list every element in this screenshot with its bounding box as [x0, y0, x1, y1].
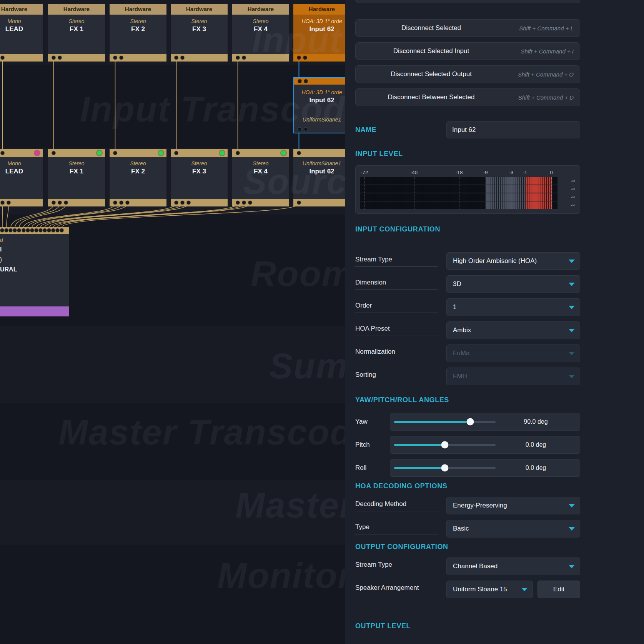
- decoding-method-dropdown[interactable]: Energy-Preserving: [446, 497, 580, 514]
- decoding-type-dropdown[interactable]: Basic: [446, 520, 580, 537]
- input-port[interactable]: [175, 151, 178, 155]
- output-port[interactable]: [236, 56, 240, 60]
- selected-node-input62[interactable]: HOA: 3D 1° orde Input 62 UniformSloane1: [293, 77, 345, 133]
- binaural-room-node[interactable]: dl)URAL: [0, 227, 69, 316]
- partial-button[interactable]: [355, 0, 580, 3]
- output-port[interactable]: [297, 201, 301, 205]
- output-port[interactable]: [52, 56, 55, 60]
- slider-knob[interactable]: [441, 464, 449, 472]
- output-port[interactable]: [58, 56, 62, 60]
- output-port[interactable]: [187, 201, 190, 205]
- src-node-fx2[interactable]: Stereo FX 2: [110, 149, 166, 206]
- input-port[interactable]: [9, 229, 12, 232]
- src-node-mono-lead[interactable]: Mono LEAD: [0, 149, 43, 206]
- input-port[interactable]: [5, 229, 8, 232]
- output-port[interactable]: [181, 56, 184, 60]
- input-port[interactable]: [113, 151, 117, 155]
- output-port[interactable]: [297, 56, 301, 60]
- output-port[interactable]: [303, 56, 307, 60]
- name-input[interactable]: [446, 121, 580, 138]
- output-port[interactable]: [126, 201, 129, 205]
- pitch-slider[interactable]: 0.0 deg: [390, 436, 580, 454]
- input-port[interactable]: [47, 229, 51, 232]
- yaw-slider[interactable]: 90.0 deg: [390, 413, 580, 431]
- slider-track[interactable]: [394, 421, 496, 423]
- chevron-down-icon: [569, 283, 575, 286]
- input-port[interactable]: [13, 229, 17, 232]
- node-canvas[interactable]: InputInput TranscoderSourceRoomSumMaster…: [0, 0, 345, 644]
- output-port[interactable]: [304, 128, 308, 131]
- src-node-fx1[interactable]: Stereo FX 1: [48, 149, 105, 206]
- output-port[interactable]: [52, 201, 55, 205]
- input-port[interactable]: [304, 80, 308, 83]
- input-port[interactable]: [52, 229, 55, 232]
- status-dot[interactable]: [35, 151, 40, 156]
- input-port[interactable]: [30, 229, 34, 232]
- output-port[interactable]: [58, 201, 62, 205]
- order-dropdown[interactable]: 1: [446, 298, 580, 316]
- hw-node-fx1[interactable]: Hardware Stereo FX 1: [48, 4, 105, 62]
- output-port[interactable]: [175, 201, 178, 205]
- output-port[interactable]: [113, 56, 117, 60]
- slider-track[interactable]: [394, 467, 496, 469]
- src-node-fx3[interactable]: Stereo FX 3: [171, 149, 228, 206]
- slider-value: 90.0 deg: [496, 418, 576, 425]
- output-port[interactable]: [64, 201, 68, 205]
- disconnect-selected-button[interactable]: Disconnect Selected Shift + Command + L: [355, 19, 580, 37]
- field-label: Stream Type: [355, 561, 438, 572]
- stream-type-dropdown[interactable]: High Order Ambisonic (HOA): [446, 252, 580, 270]
- hw-node-hoa-input62[interactable]: Hardware HOA: 3D 1° orde Input 62: [293, 4, 345, 62]
- slider-knob[interactable]: [467, 418, 474, 426]
- input-port[interactable]: [17, 229, 21, 232]
- input-port[interactable]: [43, 229, 47, 232]
- output-stream-type-dropdown[interactable]: Channel Based: [446, 557, 580, 575]
- output-port[interactable]: [1, 201, 4, 205]
- input-port[interactable]: [236, 151, 240, 155]
- input-port[interactable]: [26, 229, 30, 232]
- src-node-fx4[interactable]: Stereo FX 4: [232, 149, 289, 206]
- output-port[interactable]: [113, 201, 117, 205]
- output-port[interactable]: [7, 201, 10, 205]
- output-port[interactable]: [1, 56, 4, 60]
- input-port[interactable]: [297, 151, 301, 155]
- hoa-preset-dropdown[interactable]: Ambix: [446, 321, 580, 339]
- output-port[interactable]: [120, 201, 123, 205]
- output-port[interactable]: [120, 56, 123, 60]
- input-port[interactable]: [39, 229, 42, 232]
- output-port[interactable]: [248, 201, 252, 205]
- input-port[interactable]: [56, 229, 59, 232]
- output-port[interactable]: [242, 56, 246, 60]
- input-port[interactable]: [1, 151, 4, 155]
- disconnect-between-selected-button[interactable]: Disconnect Between Selected Shift + Comm…: [355, 88, 580, 106]
- slider-knob[interactable]: [441, 441, 449, 449]
- output-port[interactable]: [175, 56, 178, 60]
- input-port[interactable]: [60, 229, 63, 232]
- hw-node-fx2[interactable]: Hardware Stereo FX 2: [110, 4, 166, 62]
- output-port[interactable]: [298, 128, 301, 131]
- disconnect-selected-output-button[interactable]: Disconnect Selected Output Shift + Comma…: [355, 65, 580, 83]
- node-name-label: FX 4: [232, 168, 289, 175]
- status-dot[interactable]: [158, 151, 163, 156]
- hw-node-fx4[interactable]: Hardware Stereo FX 4: [232, 4, 289, 62]
- src-node-input62[interactable]: UniformSloane1 Input 62: [293, 149, 345, 206]
- dimension-dropdown[interactable]: 3D: [446, 275, 580, 293]
- input-port[interactable]: [298, 80, 301, 83]
- input-port[interactable]: [35, 229, 38, 232]
- edit-speaker-arrangement-button[interactable]: Edit: [537, 581, 580, 598]
- output-port[interactable]: [242, 201, 246, 205]
- meter-scale-label: -72: [361, 170, 368, 175]
- output-port[interactable]: [181, 201, 184, 205]
- slider-track[interactable]: [394, 444, 496, 446]
- disconnect-selected-input-button[interactable]: Disconnect Selected Input Shift + Comman…: [355, 42, 580, 60]
- status-dot[interactable]: [220, 151, 225, 156]
- hw-node-mono-lead[interactable]: Hardware Mono LEAD: [0, 4, 43, 62]
- input-port[interactable]: [0, 229, 4, 232]
- hw-node-fx3[interactable]: Hardware Stereo FX 3: [171, 4, 228, 62]
- roll-slider[interactable]: 0.0 deg: [390, 459, 580, 477]
- output-port[interactable]: [236, 201, 240, 205]
- status-dot[interactable]: [97, 151, 102, 156]
- speaker-arrangement-dropdown[interactable]: Uniform Sloane 15: [446, 581, 533, 598]
- input-port[interactable]: [52, 151, 55, 155]
- input-port[interactable]: [22, 229, 25, 232]
- status-dot[interactable]: [281, 151, 286, 156]
